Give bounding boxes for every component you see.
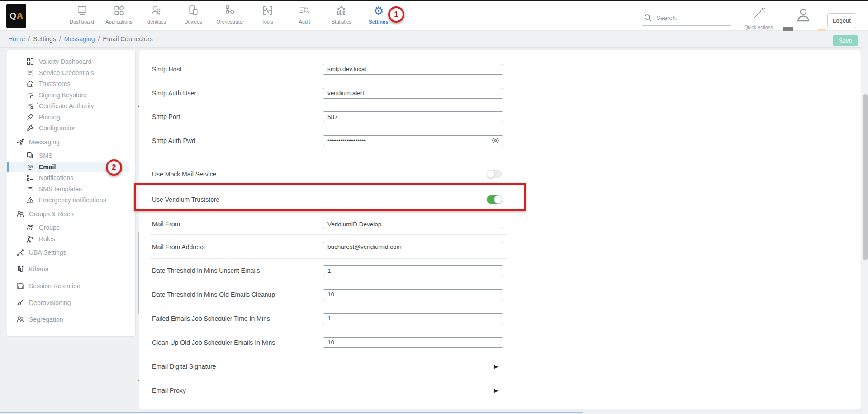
roles-icon xyxy=(26,235,34,243)
use-veridium-truststore-toggle[interactable] xyxy=(487,195,502,204)
nav-label: Applications xyxy=(100,19,138,24)
nav-item-applications[interactable]: Applications xyxy=(100,5,138,24)
people-icon xyxy=(16,316,24,323)
nav-item-tools[interactable]: Tools xyxy=(249,5,286,24)
smtp-auth-pwd-input[interactable] xyxy=(323,135,503,146)
page-scrollbar[interactable] xyxy=(862,47,868,414)
logout-button[interactable]: Logout xyxy=(827,13,856,28)
breadcrumb-messaging[interactable]: Messaging xyxy=(64,35,95,43)
breadcrumb-bar: Home/Settings/Messaging/Email Connectors xyxy=(0,31,868,48)
nav-label: Orchestrator xyxy=(212,19,249,24)
sidebar-item-certificate-authority[interactable]: Certificate Authority xyxy=(7,100,129,112)
nav-item-identities[interactable]: Identities xyxy=(138,5,175,24)
smtp-auth-user-input[interactable] xyxy=(323,88,503,99)
sidebar-item-kibana[interactable]: Kibana xyxy=(7,261,129,278)
logo-letter-a: A xyxy=(17,11,23,21)
field-label-failed-emails-job-scheduler-time-in-mins: Failed Emails Job Scheduler Time In Mins xyxy=(152,315,270,322)
sidebar-item-messaging[interactable]: Messaging xyxy=(7,137,129,148)
save-button[interactable]: Save xyxy=(833,35,858,46)
top-navigation: DashboardApplicationsIdentitiesDevicesOr… xyxy=(63,5,397,24)
wrench-icon xyxy=(26,124,34,132)
global-search[interactable] xyxy=(642,13,731,26)
field-label-email-proxy: Email Proxy xyxy=(152,387,186,394)
field-label-email-digital-signature: Email Digital Signature xyxy=(152,363,216,370)
sidebar-item-groups-roles[interactable]: Groups & Roles xyxy=(7,209,129,220)
field-label-use-mock-mail-service: Use Mock Mail Service xyxy=(152,171,216,178)
sidebar-item-signing-keystore[interactable]: Signing Keystore xyxy=(7,90,129,101)
field-label-smtp-port: Smtp Port xyxy=(152,113,180,120)
sidebar-item-groups[interactable]: Groups xyxy=(7,222,129,233)
sidebar-menu: Validity DashboardService CredentialsTru… xyxy=(7,56,129,328)
smtp-host-input[interactable] xyxy=(323,64,503,75)
expand-caret-icon[interactable]: ▶ xyxy=(494,363,498,370)
sidebar-item-pinning[interactable]: Pinning xyxy=(7,112,129,123)
user-profile-button[interactable] xyxy=(795,6,812,24)
form-row-email-digital-signature: Email Digital Signature▶ xyxy=(139,354,861,378)
eye-icon[interactable] xyxy=(492,137,499,144)
sidebar-item-label: SMS templates xyxy=(39,186,82,193)
breadcrumb-home[interactable]: Home xyxy=(8,35,25,43)
form-row-date-threshold-in-mins-old-emails-cleanup: Date Threshold In Mins Old Emails Cleanu… xyxy=(139,282,861,306)
sidebar-item-validity-dashboard[interactable]: Validity Dashboard xyxy=(7,56,129,67)
sidebar-item-truststores[interactable]: Truststores xyxy=(7,78,129,90)
sidebar-item-session-retention[interactable]: Session Retention xyxy=(7,278,129,295)
sidebar-item-configuration[interactable]: Configuration xyxy=(7,123,129,134)
breadcrumb: Home/Settings/Messaging/Email Connectors xyxy=(8,31,153,47)
nav-item-dashboard[interactable]: Dashboard xyxy=(63,5,100,24)
mail-from-input[interactable] xyxy=(323,219,503,229)
search-input[interactable] xyxy=(656,14,724,21)
form-row-use-veridium-truststore: Use Veridium Truststore xyxy=(139,186,861,213)
applications-icon xyxy=(100,5,138,18)
page-scroll-thumb[interactable] xyxy=(863,94,868,260)
sidebar-item-deprovisioning[interactable]: Deprovisioning xyxy=(7,295,129,311)
form-row-mail-from-address: Mail From Address xyxy=(139,235,861,259)
broom-icon xyxy=(16,299,24,306)
mail-from-address-input[interactable] xyxy=(323,242,503,252)
email-connector-form: Smtp HostSmtp Auth UserSmtp PortSmtp Aut… xyxy=(139,57,861,402)
field-label-date-threshold-in-mins-old-emails-cleanup: Date Threshold In Mins Old Emails Cleanu… xyxy=(152,291,275,298)
app-header: QA DashboardApplicationsIdentitiesDevice… xyxy=(0,1,868,31)
nav-item-audit[interactable]: Audit xyxy=(286,5,323,24)
sidebar-item-sms-templates[interactable]: SMS templates xyxy=(7,184,129,195)
form-row-smtp-auth-user: Smtp Auth User xyxy=(139,81,861,105)
form-row-email-proxy: Email Proxy▶ xyxy=(139,378,861,402)
breadcrumb-settings: Settings xyxy=(33,35,56,43)
sidebar-item-label: Signing Keystore xyxy=(39,91,87,99)
sidebar-item-label: Notifications xyxy=(39,174,73,181)
form-row-failed-emails-job-scheduler-time-in-mins: Failed Emails Job Scheduler Time In Mins xyxy=(139,306,861,330)
field-label-smtp-host: Smtp Host xyxy=(152,66,181,73)
nav-item-devices[interactable]: Devices xyxy=(175,5,212,24)
sidebar-item-uba-settings[interactable]: UBA Settings xyxy=(7,247,129,258)
expand-caret-icon[interactable]: ▶ xyxy=(494,387,498,394)
failed-emails-job-scheduler-time-in-mins-input[interactable] xyxy=(323,313,503,324)
quick-actions-button[interactable]: Quick Actions xyxy=(744,6,773,30)
grid-icon xyxy=(26,58,34,65)
people-icon xyxy=(16,210,24,218)
nav-label: Audit xyxy=(286,19,323,24)
document-seal-icon xyxy=(26,102,34,109)
sidebar-item-segregation[interactable]: Segregation xyxy=(7,311,129,328)
date-threshold-in-mins-old-emails-cleanup-input[interactable] xyxy=(323,289,503,300)
form-row-smtp-host: Smtp Host xyxy=(139,57,861,81)
sidebar-item-label: Pinning xyxy=(39,114,60,121)
nav-label: Dashboard xyxy=(63,19,100,24)
field-input-wrap xyxy=(323,313,503,324)
form-row-clean-up-old-job-scheduler-emails-in-mins: Clean Up Old Job Scheduler Emails In Min… xyxy=(139,330,861,354)
app-logo[interactable]: QA xyxy=(6,4,26,28)
field-input-wrap xyxy=(323,135,503,146)
nav-label: Identities xyxy=(138,19,175,24)
sidebar-item-service-credentials[interactable]: Service Credentials xyxy=(7,67,129,79)
list-icon xyxy=(26,174,34,181)
nav-label: Tools xyxy=(249,19,286,24)
sidebar-item-roles[interactable]: Roles xyxy=(7,233,129,245)
sidebar-item-label: Groups & Roles xyxy=(29,210,74,218)
clean-up-old-job-scheduler-emails-in-mins-input[interactable] xyxy=(323,337,503,348)
sidebar-item-emergency-notifications[interactable]: Emergency notifications xyxy=(7,195,129,206)
field-label-clean-up-old-job-scheduler-emails-in-mins: Clean Up Old Job Scheduler Emails In Min… xyxy=(152,339,275,346)
nav-item-orchestrator[interactable]: Orchestrator xyxy=(212,5,249,24)
nav-item-statistics[interactable]: Statistics xyxy=(323,5,360,24)
use-mock-mail-service-toggle[interactable] xyxy=(487,170,502,178)
identities-icon xyxy=(138,5,175,18)
smtp-port-input[interactable] xyxy=(323,111,503,122)
date-threshold-in-mins-unsent-emails-input[interactable] xyxy=(323,265,503,276)
